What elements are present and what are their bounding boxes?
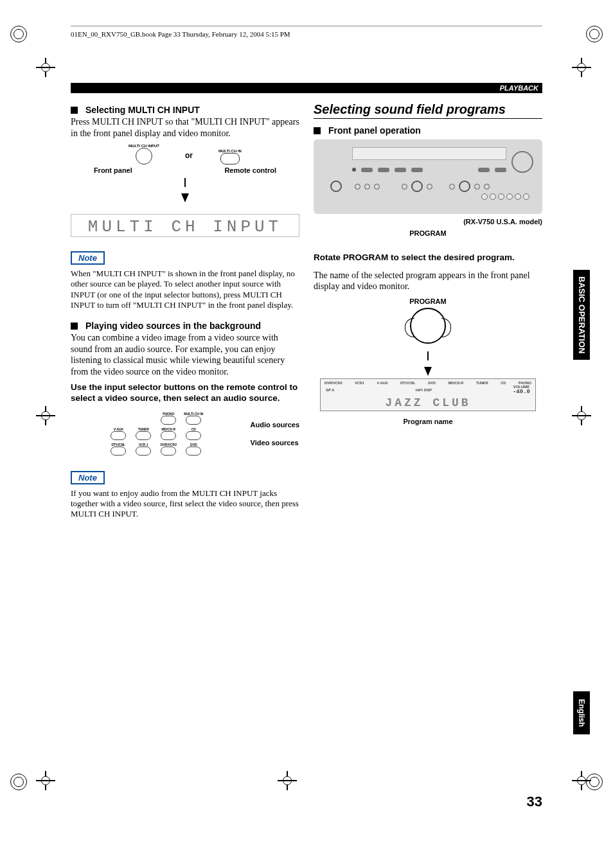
body-text: The name of the selected program appears… — [314, 270, 542, 292]
btn-label: MD/CD-R — [158, 427, 179, 431]
note-text: If you want to enjoy audio from the MULT… — [71, 488, 299, 520]
reg-mark — [586, 26, 603, 42]
crop-mark-icon — [572, 58, 591, 77]
heading-multi-ch-input: Selecting MULTI CH INPUT — [71, 105, 299, 115]
diag-caption: PROGRAM — [314, 297, 542, 305]
side-tab-language: English — [573, 691, 590, 734]
program-knob-diagram: PROGRAM DVR/VCR2 VCR1 V-AUX DTV/CBL DVD … — [314, 297, 542, 425]
diag-caption: Front panel — [94, 166, 132, 174]
program-label: PROGRAM — [409, 229, 446, 237]
heading-text: Selecting MULTI CH INPUT — [85, 105, 200, 115]
body-text: Press MULTI CH INPUT so that "MULTI CH I… — [71, 116, 299, 139]
disp-main: JAZZ CLUB — [323, 396, 533, 409]
instruction-text: Rotate PROGRAM to select the desired pro… — [314, 252, 542, 263]
model-label: (RX-V750 U.S.A. model) — [463, 218, 542, 226]
heading-text: Playing video sources in the background — [85, 321, 261, 331]
arrow-icon — [184, 178, 186, 187]
btn-label: DVD — [183, 443, 204, 447]
heading-playing-video-bg: Playing video sources in the background — [71, 321, 299, 331]
button-icon — [220, 153, 240, 164]
btn-label: DVR/VCR2 — [158, 443, 179, 447]
button-icon — [136, 431, 151, 440]
src-label: V-AUX — [377, 381, 388, 385]
page-number: 33 — [527, 793, 542, 810]
btn-label: TUNER — [133, 427, 154, 431]
button-icon — [186, 447, 201, 456]
crop-mark-icon — [36, 406, 55, 425]
src-label: VCR1 — [355, 381, 364, 385]
arrow-icon — [181, 193, 189, 202]
note-text: When "MULTI CH INPUT" is shown in the fr… — [71, 269, 299, 310]
disp-value: -40.0 — [513, 389, 530, 395]
diag-caption: Video sources — [251, 439, 299, 447]
disp-label: HiFi DSP — [416, 388, 432, 392]
crop-mark-icon — [572, 771, 591, 790]
section-title: Selecting sound field programs — [314, 102, 542, 119]
diag-caption: Remote control — [224, 166, 276, 174]
lcd-display: MULTI CH INPUT — [71, 214, 299, 237]
btn-label: CD — [183, 427, 204, 431]
button-icon — [136, 148, 152, 164]
button-icon — [111, 447, 126, 456]
btn-label: VCR 1 — [133, 443, 154, 447]
display-panel: DVR/VCR2 VCR1 V-AUX DTV/CBL DVD MD/CD-R … — [320, 378, 536, 411]
src-label: DVD — [428, 381, 436, 385]
note-badge: Note — [71, 471, 105, 484]
reg-mark — [10, 26, 27, 42]
arrow-icon — [427, 351, 429, 360]
crop-mark-icon — [36, 58, 55, 77]
src-label: DTV/CBL — [400, 381, 416, 385]
bullet-icon — [71, 107, 78, 114]
reg-mark — [10, 774, 27, 790]
remote-buttons-diagram: PHONO MULTI CH IN V-AUX TUNER MD/CD-R CD… — [71, 411, 299, 457]
side-tab-text: BASIC — [577, 276, 587, 302]
button-diagram: MULTI CH INPUT or MULTI CH IN — [71, 144, 299, 165]
side-tab-text: English — [577, 699, 586, 727]
src-label: CD — [501, 381, 506, 385]
button-icon — [186, 416, 201, 425]
crop-mark-icon — [36, 771, 55, 790]
bullet-icon — [314, 127, 321, 134]
body-text: You can combine a video image from a vid… — [71, 332, 299, 377]
side-tab-text: OPERATION — [577, 305, 587, 353]
src-label: TUNER — [476, 381, 488, 385]
heading-text: Front panel operation — [328, 125, 421, 136]
btn-label: DTV/CBL — [108, 443, 129, 447]
crop-header: 01EN_00_RXV750_GB.book Page 33 Thursday,… — [71, 26, 542, 38]
src-label: MD/CD-R — [448, 381, 463, 385]
heading-front-panel-op: Front panel operation — [314, 125, 542, 136]
knob-icon — [410, 308, 446, 344]
crop-mark-icon — [572, 406, 591, 425]
note-badge: Note — [71, 251, 105, 265]
receiver-illustration — [314, 139, 542, 214]
diag-caption: Program name — [314, 418, 542, 425]
button-icon — [136, 447, 151, 456]
arrow-icon — [424, 367, 432, 376]
instruction-text: Use the input selector buttons on the re… — [71, 382, 299, 404]
diag-caption: Audio sources — [251, 421, 299, 429]
src-label: DVR/VCR2 — [324, 381, 342, 385]
btn-label: PHONO — [158, 412, 179, 416]
button-icon — [161, 447, 176, 456]
heading-text: Selecting sound field programs — [314, 102, 506, 116]
section-header-bar: PLAYBACK — [71, 83, 542, 93]
button-icon — [161, 416, 176, 425]
disp-label: SP A — [326, 388, 335, 392]
or-label: or — [185, 151, 193, 165]
button-icon — [111, 431, 126, 440]
bullet-icon — [71, 323, 78, 330]
side-tab-basic-operation: BASIC OPERATION — [573, 270, 590, 360]
button-icon — [161, 431, 176, 440]
button-icon — [186, 431, 201, 440]
btn-label: MULTI CH IN — [183, 412, 204, 416]
btn-label: V-AUX — [108, 427, 129, 431]
